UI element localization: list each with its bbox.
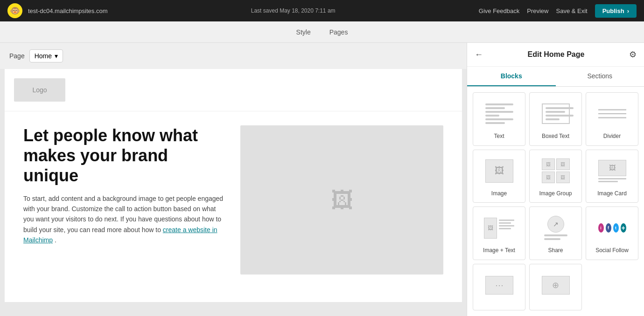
canvas-content: Logo Let people know what makes your bra… (5, 69, 462, 302)
preview-button[interactable]: Preview (527, 7, 548, 14)
card-line-short (598, 181, 618, 182)
hero-section: Let people know what makes your brand un… (5, 111, 462, 289)
block-item-text[interactable]: Text (473, 92, 525, 146)
hero-heading: Let people know what makes your brand un… (23, 125, 226, 186)
image-group-item: 🖼 (542, 172, 555, 183)
preview-line (546, 118, 560, 120)
block-label-divider: Divider (603, 133, 621, 139)
block-preview-image-group: 🖼 🖼 🖼 🖼 (537, 155, 574, 187)
image-card-img: 🖼 (598, 160, 626, 176)
preview-line (546, 115, 574, 117)
block-item-image-card[interactable]: 🖼 Image Card (586, 150, 638, 203)
add-social-icon: + (621, 223, 626, 233)
block-label-image: Image (491, 190, 507, 197)
right-panel: ← Edit Home Page ⚙ Blocks Sections (467, 43, 644, 316)
facebook-icon: f (606, 223, 611, 233)
chevron-down-icon: ▾ (55, 52, 58, 60)
image-card-lines (598, 176, 626, 182)
back-arrow-button[interactable]: ← (475, 50, 483, 60)
tab-sections[interactable]: Sections (556, 67, 644, 86)
main-area: Page Home ▾ Logo Let people know what ma… (0, 43, 644, 316)
image-group-item: 🖼 (556, 172, 570, 183)
preview-line (485, 111, 513, 113)
chevron-right-icon: › (627, 7, 629, 14)
block-preview-social-follow: i f t + (594, 212, 631, 244)
partial2-icon: ⊕ (552, 280, 559, 290)
block-label-image-card: Image Card (597, 190, 627, 197)
logo-placeholder: Logo (14, 78, 65, 102)
logo-area: Logo (5, 69, 462, 111)
block-preview-image-card: 🖼 (594, 155, 631, 187)
block-item-image[interactable]: 🖼 Image (473, 150, 525, 203)
preview-line (485, 103, 513, 105)
block-preview-share: ↗ (537, 212, 574, 244)
it-lines (499, 218, 514, 239)
instagram-icon: i (598, 223, 604, 233)
divider-thin-line (598, 113, 626, 114)
pages-nav-item[interactable]: Pages (329, 23, 348, 41)
block-item-image-text[interactable]: 🖼 Image + Text (473, 206, 525, 260)
block-item-partial2[interactable]: ⊕ (529, 264, 582, 311)
block-preview-boxed-text (537, 97, 574, 130)
image-group-item: 🖼 (542, 158, 555, 170)
block-item-share[interactable]: ↗ Share (529, 206, 582, 260)
save-exit-button[interactable]: Save & Exit (556, 7, 588, 14)
tab-blocks[interactable]: Blocks (467, 67, 556, 86)
block-preview-partial2: ⊕ (537, 269, 574, 302)
block-label-text: Text (494, 133, 504, 139)
site-url: test-dc04.mailchimpsites.com (28, 7, 108, 14)
style-nav-item[interactable]: Style (296, 23, 311, 41)
block-preview-partial1: ⋯ (481, 269, 518, 302)
page-label: Page (9, 52, 25, 60)
secondary-nav: Style Pages (0, 21, 644, 43)
image-group-preview: 🖼 🖼 🖼 🖼 (542, 158, 570, 183)
block-label-share: Share (548, 247, 563, 254)
it-line-short (499, 228, 511, 229)
it-line-short (499, 222, 511, 224)
top-nav-left: 🐵 test-dc04.mailchimpsites.com (7, 3, 108, 18)
twitter-icon: t (613, 223, 619, 233)
block-item-boxed-text[interactable]: Boxed Text (529, 92, 582, 146)
card-line (598, 178, 626, 179)
share-line (544, 234, 567, 236)
hero-image-placeholder: 🖼 (240, 125, 443, 275)
canvas-area: Page Home ▾ Logo Let people know what ma… (0, 43, 467, 316)
block-label-image-group: Image Group (539, 190, 572, 197)
mailchimp-icon: 🐵 (10, 6, 20, 16)
share-preview: ↗ (542, 216, 570, 240)
publish-button[interactable]: Publish › (595, 4, 637, 18)
mailchimp-logo: 🐵 (7, 3, 22, 18)
image-card-preview: 🖼 (598, 160, 626, 182)
block-item-social-follow[interactable]: i f t + Social Follow (586, 206, 638, 260)
partial1-preview: ⋯ (485, 276, 513, 295)
block-preview-text (481, 97, 518, 130)
block-label-image-text: Image + Text (483, 247, 515, 254)
block-item-image-group[interactable]: 🖼 🖼 🖼 🖼 Image Group (529, 150, 582, 203)
preview-line (546, 107, 574, 109)
it-img: 🖼 (484, 218, 497, 239)
image-preview-icon: 🖼 (495, 165, 504, 176)
hero-body: To start, add content and a background i… (23, 193, 226, 246)
give-feedback-button[interactable]: Give Feedback (479, 7, 519, 14)
blocks-grid: Text Boxed Text (467, 87, 644, 316)
last-saved-indicator: Last saved May 18, 2020 7:11 am (251, 7, 336, 14)
preview-line (485, 107, 505, 109)
social-follow-preview: i f t + (598, 223, 626, 233)
share-icon: ↗ (553, 220, 559, 228)
panel-header: ← Edit Home Page ⚙ (467, 43, 644, 67)
gear-icon[interactable]: ⚙ (629, 49, 637, 60)
share-icon-circle: ↗ (547, 216, 564, 233)
it-line (499, 220, 514, 221)
image-preview-box: 🖼 (485, 159, 513, 183)
partial1-icon: ⋯ (495, 280, 504, 290)
page-select-dropdown[interactable]: Home ▾ (29, 49, 63, 62)
preview-line (485, 122, 505, 124)
top-nav: 🐵 test-dc04.mailchimpsites.com Last save… (0, 0, 644, 21)
block-preview-image-text: 🖼 (481, 212, 518, 244)
it-line (499, 225, 514, 227)
preview-line (485, 115, 499, 117)
block-item-divider[interactable]: Divider (586, 92, 638, 146)
top-nav-right: Give Feedback Preview Save & Exit Publis… (479, 4, 637, 18)
panel-title: Edit Home Page (488, 50, 624, 59)
block-item-partial1[interactable]: ⋯ (473, 264, 525, 311)
